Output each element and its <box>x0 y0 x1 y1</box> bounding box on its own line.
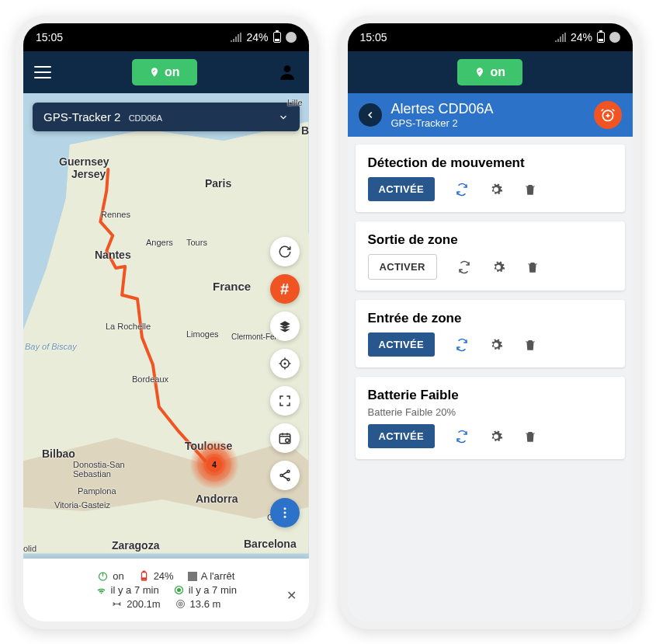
svg-point-0 <box>284 65 291 72</box>
card-title: Détection de mouvement <box>368 155 613 171</box>
svg-rect-13 <box>143 571 145 572</box>
svg-point-2 <box>284 363 286 364</box>
more-button[interactable] <box>270 498 300 527</box>
settings-button[interactable] <box>489 183 503 197</box>
activate-button[interactable]: ACTIVER <box>368 254 437 280</box>
calendar-button[interactable] <box>270 423 300 453</box>
delete-button[interactable] <box>523 338 537 352</box>
status-right: 24% <box>555 31 620 44</box>
on-toggle-button[interactable]: on <box>132 59 197 85</box>
tracker-id: CDD06A <box>129 113 162 123</box>
map-area[interactable]: GPS-Tracker 2 CDD06A Guernsey Jersey Par… <box>23 93 309 559</box>
location-marker[interactable]: 4 <box>207 457 222 472</box>
wifi-time-label: il y a 7 min <box>111 584 159 596</box>
map-label: Angers <box>146 238 173 247</box>
power-label: on <box>113 570 123 582</box>
map-label: Vitoria-Gasteiz <box>54 500 110 510</box>
activate-button[interactable]: ACTIVÉE <box>368 424 435 448</box>
add-alarm-button[interactable] <box>594 101 622 129</box>
pin-check-icon <box>474 67 485 78</box>
camera-dot-icon <box>286 32 297 43</box>
delete-button[interactable] <box>526 260 540 274</box>
settings-button[interactable] <box>489 338 503 352</box>
pin-check-icon <box>149 67 160 78</box>
delete-button[interactable] <box>523 430 537 444</box>
map-label: Bilbao <box>42 447 75 460</box>
map-label: Donostia-San Sebastian <box>73 460 125 479</box>
battery-low-icon <box>138 570 150 582</box>
svg-point-16 <box>177 589 180 592</box>
menu-button[interactable] <box>34 66 51 78</box>
power-icon <box>97 570 109 582</box>
back-button[interactable] <box>359 103 382 127</box>
wifi-icon <box>95 584 107 596</box>
sync-button[interactable] <box>455 430 469 444</box>
close-button[interactable]: ✕ <box>286 588 297 603</box>
svg-point-7 <box>287 479 290 481</box>
delete-button[interactable] <box>523 183 537 197</box>
battery-icon <box>273 32 281 43</box>
svg-point-6 <box>280 475 283 477</box>
chevron-left-icon <box>365 110 376 120</box>
map-label: Barcelona <box>244 538 297 550</box>
map-label: Bordeaux <box>132 374 168 384</box>
share-button[interactable] <box>270 461 300 490</box>
status-label: A l'arrêt <box>201 570 235 582</box>
map-label: France <box>213 280 251 293</box>
alerts-header-text: Alertes CDD06A GPS-Tracker 2 <box>391 101 494 129</box>
alert-card-zone-enter: Entrée de zone ACTIVÉE <box>356 300 626 367</box>
svg-point-10 <box>283 516 286 518</box>
svg-point-5 <box>287 470 290 472</box>
chevron-down-icon <box>278 112 289 123</box>
card-subtitle: Batterie Faible 20% <box>368 406 613 418</box>
accuracy-icon <box>175 598 186 610</box>
map-label: Limoges <box>186 329 219 339</box>
bottom-info-card: on 24% A l'arrêt il y a 7 min il y a 7 m… <box>23 559 309 621</box>
statusbar: 15:05 24% <box>348 23 633 51</box>
stop-icon <box>188 572 197 581</box>
profile-button[interactable] <box>277 62 297 82</box>
alerts-title: Alertes CDD06A <box>391 101 494 117</box>
gps-target-icon <box>173 584 185 596</box>
topnav: on <box>348 51 633 93</box>
map-label: Lille <box>287 98 303 107</box>
alert-card-low-battery: Batterie Faible Batterie Faible 20% ACTI… <box>356 377 626 459</box>
svg-point-19 <box>179 604 180 604</box>
hash-button[interactable]: # <box>270 274 300 304</box>
settings-button[interactable] <box>489 430 503 444</box>
alerts-header: Alertes CDD06A GPS-Tracker 2 <box>348 93 633 137</box>
camera-dot-icon <box>609 32 620 43</box>
card-title: Entrée de zone <box>368 311 613 326</box>
svg-point-4 <box>285 439 289 443</box>
phone-right: 15:05 24% on Alertes CDD06A GPS-Tracker <box>340 16 641 629</box>
gps-time-label: il y a 7 min <box>189 584 237 596</box>
alerts-list[interactable]: Détection de mouvement ACTIVÉE Sortie de… <box>348 137 633 621</box>
svg-rect-14 <box>142 578 145 580</box>
sync-button[interactable] <box>457 260 471 274</box>
fullscreen-button[interactable] <box>270 386 300 416</box>
alerts-subtitle: GPS-Tracker 2 <box>391 117 494 129</box>
tracker-dropdown[interactable]: GPS-Tracker 2 CDD06A <box>33 103 300 131</box>
map-label: Guernsey <box>59 155 109 168</box>
locate-button[interactable] <box>270 349 300 378</box>
alarm-plus-icon <box>600 107 616 123</box>
status-battery: 24% <box>246 31 268 44</box>
signal-icon <box>555 33 566 42</box>
activate-button[interactable]: ACTIVÉE <box>368 177 435 201</box>
map-label: Jersey <box>71 168 106 180</box>
layers-button[interactable] <box>270 312 300 341</box>
tracker-name: GPS-Tracker 2 CDD06A <box>43 110 162 124</box>
refresh-button[interactable] <box>270 237 300 266</box>
status-time: 15:05 <box>360 31 387 44</box>
sync-button[interactable] <box>455 183 469 197</box>
map-label: Paris <box>205 177 231 190</box>
on-toggle-button[interactable]: on <box>457 59 522 85</box>
status-battery: 24% <box>571 31 592 44</box>
activate-button[interactable]: ACTIVÉE <box>368 332 435 357</box>
phone-left: 15:05 24% on <box>16 16 317 629</box>
status-right: 24% <box>231 31 296 44</box>
map-label: La Rochelle <box>106 322 151 331</box>
battery-icon <box>597 32 605 43</box>
sync-button[interactable] <box>455 338 469 352</box>
settings-button[interactable] <box>491 260 505 274</box>
